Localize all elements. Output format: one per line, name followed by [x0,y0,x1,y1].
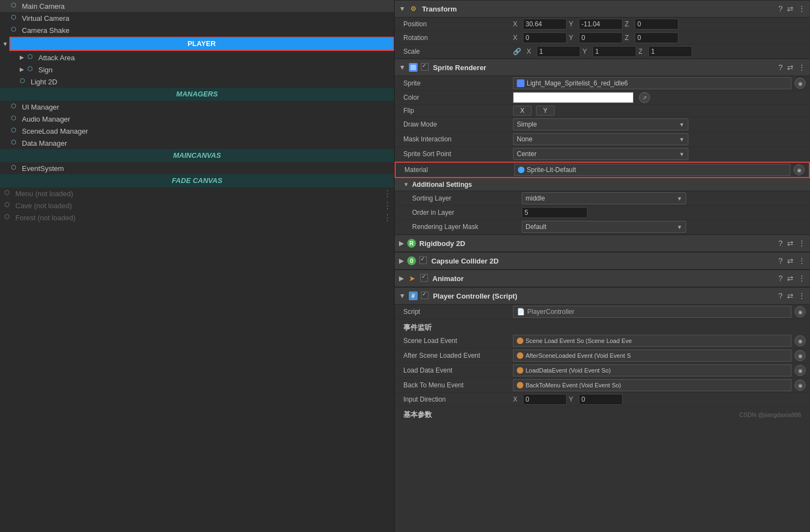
collapse-arrow[interactable]: ▼ [399,292,406,300]
hierarchy-item-main-camera[interactable]: ⬡ Main Camera [0,0,394,12]
hierarchy-item-attack-area[interactable]: ▶ ⬡ Attack Area [0,52,394,64]
collider-checkbox[interactable] [419,256,429,266]
hierarchy-item-forest[interactable]: ⬡ Forest (not loaded) ⋮ [0,211,394,224]
dropdown-arrow-icon: ▼ [679,151,684,157]
hierarchy-item-cave[interactable]: ⬡ Cave (not loaded) ⋮ [0,199,394,211]
more-icon[interactable]: ⋮ [798,239,806,248]
capsule-collider2d-header[interactable]: ▶ 0 Capsule Collider 2D ? ⇄ ⋮ [395,252,810,270]
collapse-arrow[interactable]: ▼ [399,5,406,13]
arrow-icon: ▶ [20,54,26,61]
hierarchy-item-data-manager[interactable]: ⬡ Data Manager [0,137,394,149]
back-to-menu-event-btn[interactable]: ◉ [795,380,806,391]
position-x[interactable] [523,19,567,30]
sorting-layer-dropdown[interactable]: middle ▼ [522,192,686,204]
more-icon[interactable]: ⋮ [798,291,806,300]
flip-x-btn[interactable]: X [513,106,532,116]
after-scene-loaded-event-btn[interactable]: ◉ [795,350,806,361]
additional-settings-header[interactable]: ▼ Additional Settings [395,178,810,191]
sprite-select-btn[interactable]: ◉ [795,78,806,89]
item-label: Sign [38,66,53,74]
collapse-arrow[interactable]: ▼ [399,64,406,71]
script-select-btn[interactable]: ◉ [795,306,806,317]
rotation-row: Rotation X Y Z [395,31,810,45]
load-data-event-btn[interactable]: ◉ [795,365,806,376]
animator-header[interactable]: ▶ ➤ Animator ? ⇄ ⋮ [395,270,810,287]
hierarchy-item-eventsystem[interactable]: ⬡ EventSystem [0,162,394,174]
animator-checkbox[interactable] [420,274,430,283]
scale-z[interactable] [648,46,692,57]
item-label: Menu (not loaded) [15,190,73,198]
help-icon[interactable]: ? [778,274,783,283]
help-icon[interactable]: ? [778,239,783,248]
order-in-layer-input[interactable] [522,207,587,218]
flip-group: X Y [513,106,555,116]
draw-mode-dropdown[interactable]: Simple ▼ [513,118,688,130]
transform-header[interactable]: ▼ ⚙ Transform ? ⇄ ⋮ [395,0,810,18]
settings-icon[interactable]: ⇄ [787,274,794,283]
context-menu-icon[interactable]: ⋮ [383,201,392,211]
component-actions: ? ⇄ ⋮ [778,63,806,72]
mask-interaction-dropdown[interactable]: None ▼ [513,133,688,145]
context-menu-icon[interactable]: ⋮ [383,188,392,199]
sprite-sort-point-text: Center [517,150,537,158]
rotation-x[interactable] [523,32,567,43]
rigidbody2d-header[interactable]: ▶ R Rigidbody 2D ? ⇄ ⋮ [395,234,810,252]
hierarchy-item-menu[interactable]: ⬡ Menu (not loaded) ⋮ [0,187,394,199]
settings-icon[interactable]: ⇄ [787,4,794,13]
scale-y[interactable] [592,46,636,57]
input-direction-x[interactable] [523,394,567,405]
hierarchy-item-ui-manager[interactable]: ⬡ UI Manager [0,101,394,113]
color-swatch[interactable] [513,92,634,103]
input-direction-y[interactable] [579,394,623,405]
more-icon[interactable]: ⋮ [798,63,806,72]
scene-load-event-btn[interactable]: ◉ [795,335,806,346]
more-icon[interactable]: ⋮ [798,274,806,283]
hierarchy-item-light2d[interactable]: ⬡ Light 2D [0,76,394,88]
collapse-arrow[interactable]: ▶ [399,257,404,265]
dropdown-arrow-icon: ▼ [679,136,684,142]
settings-icon[interactable]: ⇄ [787,291,794,300]
sprite-renderer-checkbox[interactable] [421,63,431,72]
help-icon[interactable]: ? [778,4,783,13]
rendering-layer-mask-dropdown[interactable]: Default ▼ [522,221,686,233]
material-select-btn[interactable]: ◉ [794,164,805,175]
collapse-arrow[interactable]: ▶ [399,274,404,282]
cube-icon: ⬡ [11,139,20,147]
hierarchy-item-sceneload-manager[interactable]: ⬡ SceneLoad Manager [0,125,394,137]
context-menu-icon[interactable]: ⋮ [383,213,392,223]
help-icon[interactable]: ? [778,256,783,265]
help-icon[interactable]: ? [778,63,783,72]
more-icon[interactable]: ⋮ [798,256,806,265]
rotation-z[interactable] [635,32,678,43]
hierarchy-item-sign[interactable]: ▶ ⬡ Sign [0,64,394,76]
script-name: PlayerController [527,308,574,316]
cube-icon: ⬡ [11,26,20,35]
scale-row: Scale 🔗 X Y Z [395,45,810,59]
x-label: X [513,396,521,403]
rotation-value: X Y Z [513,32,806,43]
flip-y-btn[interactable]: Y [536,106,555,116]
hierarchy-item-audio-manager[interactable]: ⬡ Audio Manager [0,113,394,125]
sprite-renderer-header[interactable]: ▼ Sprite Renderer ? ⇄ ⋮ [395,59,810,76]
help-icon[interactable]: ? [778,291,783,300]
sprite-sort-point-dropdown[interactable]: Center ▼ [513,148,688,160]
player-controller-header[interactable]: ▼ # Player Controller (Script) ? ⇄ ⋮ [395,287,810,305]
scale-x[interactable] [537,46,580,57]
rendering-layer-mask-label: Rendering Layer Mask [412,223,522,231]
hierarchy-item-camera-shake[interactable]: ⬡ Camera Shake [0,24,394,36]
component-actions: ? ⇄ ⋮ [778,291,806,300]
rotation-y[interactable] [579,32,623,43]
hierarchy-item-player[interactable]: PLAYER [9,37,394,51]
position-z[interactable] [635,19,678,30]
y-label: Y [583,48,590,55]
color-picker-btn[interactable]: ↗ [639,92,650,103]
checkbox-icon [421,63,429,71]
position-y[interactable] [579,19,623,30]
script-checkbox[interactable] [421,291,431,301]
settings-icon[interactable]: ⇄ [787,63,794,72]
collapse-arrow[interactable]: ▶ [399,239,404,247]
settings-icon[interactable]: ⇄ [787,256,794,265]
more-icon[interactable]: ⋮ [798,4,806,13]
hierarchy-item-virtual-camera[interactable]: ⬡ Virtual Camera [0,12,394,24]
settings-icon[interactable]: ⇄ [787,239,794,248]
